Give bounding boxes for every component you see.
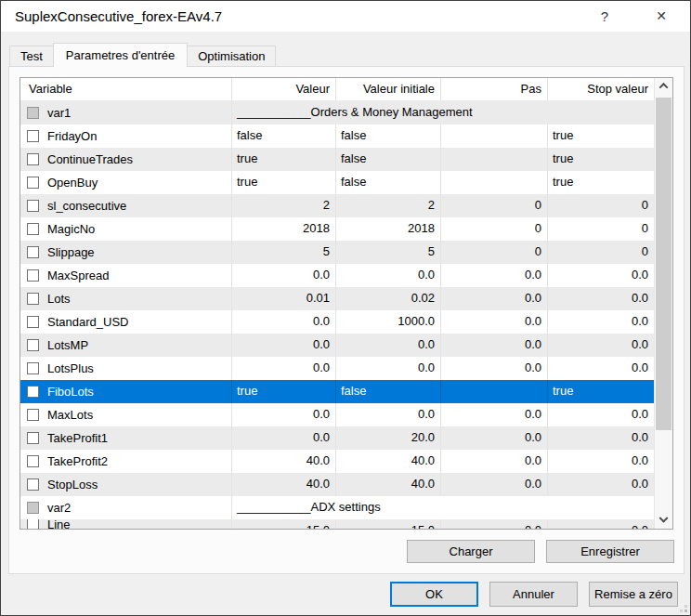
table-row[interactable]: StopLoss40.040.00.00.0 xyxy=(20,473,654,496)
scroll-down-button[interactable] xyxy=(655,513,672,529)
cell-valeur-initiale[interactable]: 5 xyxy=(336,241,441,264)
cell-valeur-initiale[interactable]: 15.0 xyxy=(336,519,441,529)
scrollbar-thumb[interactable] xyxy=(656,98,671,430)
cell-stop-valeur[interactable]: 0.0 xyxy=(548,403,654,426)
cell-valeur[interactable]: 0.0 xyxy=(232,357,336,380)
row-checkbox[interactable] xyxy=(27,409,39,421)
table-row[interactable]: FiboLotstruefalsetrue xyxy=(20,380,654,403)
cell-valeur-initiale[interactable]: false xyxy=(336,148,441,171)
cell-pas[interactable] xyxy=(441,125,548,148)
table-row[interactable]: LotsPlus0.00.00.00.0 xyxy=(20,357,654,380)
cell-pas[interactable]: 0.0 xyxy=(441,310,548,334)
cell-stop-valeur[interactable]: 0.0 xyxy=(548,450,654,473)
row-checkbox[interactable] xyxy=(27,200,39,212)
cell-valeur[interactable]: true xyxy=(232,148,336,171)
row-checkbox[interactable] xyxy=(27,293,39,305)
resize-grip-icon[interactable] xyxy=(679,604,687,612)
table-row[interactable]: Lots0.010.020.00.0 xyxy=(20,287,654,310)
cell-stop-valeur[interactable]: 0 xyxy=(548,194,654,217)
table-row[interactable]: LotsMP0.00.00.00.0 xyxy=(20,334,654,357)
cell-stop-valeur[interactable]: 0.0 xyxy=(548,426,654,450)
cell-valeur-initiale[interactable]: 0.0 xyxy=(336,264,441,287)
cell-valeur[interactable]: 5 xyxy=(232,241,336,264)
cell-pas[interactable]: 0 xyxy=(441,241,548,264)
cell-stop-valeur[interactable]: 0.0 xyxy=(548,519,654,529)
cell-pas[interactable]: 0.0 xyxy=(441,264,548,287)
table-row[interactable]: ContinueTradestruefalsetrue xyxy=(20,148,654,171)
cell-valeur[interactable]: 2018 xyxy=(232,217,336,241)
row-checkbox[interactable] xyxy=(27,339,39,351)
cell-valeur[interactable]: 0.0 xyxy=(232,334,336,357)
row-checkbox[interactable] xyxy=(27,386,39,398)
row-checkbox[interactable] xyxy=(27,432,39,444)
row-checkbox[interactable] xyxy=(27,455,39,467)
table-row[interactable]: OpenBuytruefalsetrue xyxy=(20,171,654,194)
scroll-up-button[interactable] xyxy=(655,78,672,94)
cell-valeur[interactable]: 0.01 xyxy=(232,287,336,310)
cell-pas[interactable]: 0.0 xyxy=(441,357,548,380)
cell-valeur-initiale[interactable]: 40.0 xyxy=(336,450,441,473)
help-icon[interactable]: ? xyxy=(589,1,620,32)
table-row[interactable]: var1___________Orders & Money Management xyxy=(20,101,654,125)
table-row[interactable]: FridayOnfalsefalsetrue xyxy=(20,125,654,148)
cell-valeur-initiale[interactable]: false xyxy=(336,380,441,403)
cell-valeur[interactable]: true xyxy=(232,171,336,194)
table-row[interactable]: MagicNo2018201800 xyxy=(20,217,654,241)
cell-stop-valeur[interactable]: 0.0 xyxy=(548,473,654,496)
table-row[interactable]: sl_consecutive2200 xyxy=(20,194,654,217)
cell-valeur[interactable]: 0.0 xyxy=(232,310,336,334)
close-icon[interactable]: ✕ xyxy=(645,1,677,32)
cell-valeur-initiale[interactable]: 0.02 xyxy=(336,287,441,310)
row-checkbox[interactable] xyxy=(27,130,39,142)
cell-pas[interactable]: 0.0 xyxy=(441,403,548,426)
row-checkbox[interactable] xyxy=(27,316,39,328)
cell-valeur-initiale[interactable]: 0.0 xyxy=(336,403,441,426)
cell-valeur-initiale[interactable]: false xyxy=(336,171,441,194)
cell-valeur-initiale[interactable]: 0.0 xyxy=(336,334,441,357)
table-row[interactable]: Slippage5500 xyxy=(20,241,654,264)
cell-valeur[interactable]: 0.0 xyxy=(232,426,336,450)
row-checkbox[interactable] xyxy=(27,519,39,529)
table-row[interactable]: Standard_USD0.01000.00.00.0 xyxy=(20,310,654,334)
cell-stop-valeur[interactable]: true xyxy=(548,171,654,194)
table-row[interactable]: TakeProfit240.040.00.00.0 xyxy=(20,450,654,473)
row-checkbox[interactable] xyxy=(27,362,39,374)
cell-pas[interactable]: 0 xyxy=(441,194,548,217)
cell-valeur[interactable]: 40.0 xyxy=(232,473,336,496)
row-checkbox[interactable] xyxy=(27,223,39,235)
row-checkbox[interactable] xyxy=(27,269,39,282)
vertical-scrollbar[interactable] xyxy=(654,78,672,529)
cell-valeur-initiale[interactable]: 0.0 xyxy=(336,357,441,380)
charger-button[interactable]: Charger xyxy=(407,540,535,563)
table-row[interactable]: TakeProfit10.020.00.00.0 xyxy=(20,426,654,450)
cell-pas[interactable]: 0.0 xyxy=(441,519,548,529)
row-checkbox[interactable] xyxy=(27,246,39,258)
cell-stop-valeur[interactable]: 0.0 xyxy=(548,334,654,357)
tab-test[interactable]: Test xyxy=(9,46,54,67)
row-checkbox[interactable] xyxy=(27,478,39,491)
cell-stop-valeur[interactable]: 0.0 xyxy=(548,310,654,334)
cell-stop-valeur[interactable]: 0.0 xyxy=(548,357,654,380)
cell-pas[interactable] xyxy=(441,171,548,194)
tab-parametres-entree[interactable]: Parametres d'entrée xyxy=(53,43,188,67)
cell-stop-valeur[interactable]: 0 xyxy=(548,217,654,241)
row-checkbox[interactable] xyxy=(27,502,39,514)
cell-valeur[interactable]: false xyxy=(232,125,336,148)
cell-valeur-initiale[interactable]: 20.0 xyxy=(336,426,441,450)
cell-valeur[interactable]: true xyxy=(232,380,336,403)
cell-valeur[interactable]: 0.0 xyxy=(232,264,336,287)
cell-stop-valeur[interactable]: 0.0 xyxy=(548,287,654,310)
tab-optimisation[interactable]: Optimisation xyxy=(187,46,276,67)
cell-pas[interactable]: 0 xyxy=(441,217,548,241)
cell-valeur-initiale[interactable]: 2 xyxy=(336,194,441,217)
row-checkbox[interactable] xyxy=(27,107,39,119)
ok-button[interactable]: OK xyxy=(390,582,478,607)
cell-stop-valeur[interactable]: 0.0 xyxy=(548,264,654,287)
cell-pas[interactable]: 0.0 xyxy=(441,334,548,357)
cell-pas[interactable] xyxy=(441,148,548,171)
table-row[interactable]: MaxSpread0.00.00.00.0 xyxy=(20,264,654,287)
cell-valeur-initiale[interactable]: 2018 xyxy=(336,217,441,241)
cell-valeur[interactable]: 40.0 xyxy=(232,450,336,473)
cell-valeur-initiale[interactable]: 40.0 xyxy=(336,473,441,496)
cell-stop-valeur[interactable]: true xyxy=(548,125,654,148)
